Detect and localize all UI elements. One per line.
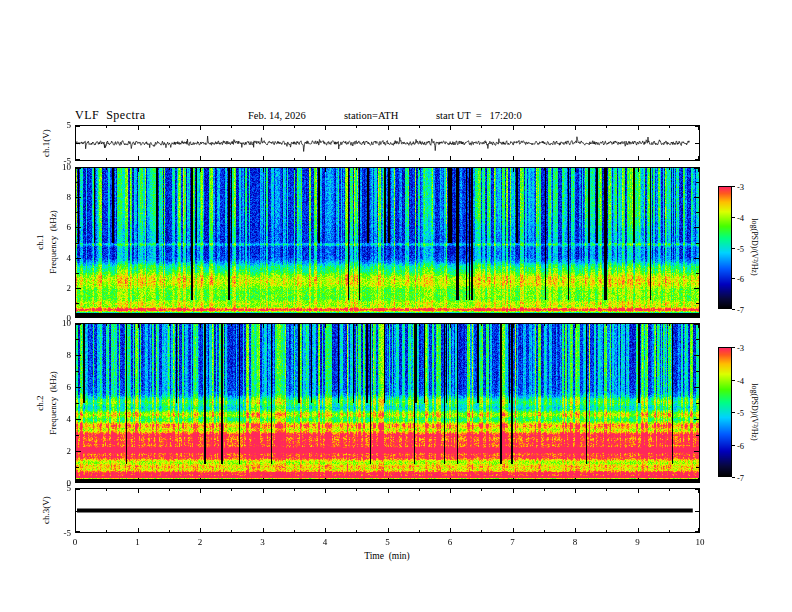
tick-mark [696, 371, 699, 372]
tick-mark [76, 531, 80, 532]
tick-mark [638, 156, 639, 160]
tick-mark [169, 168, 170, 170]
tick-mark [200, 489, 201, 493]
colorbar-tick-label: -3 [737, 182, 744, 192]
station-label: station=ATH [344, 110, 398, 121]
tick-mark [694, 387, 699, 388]
tick-mark [694, 355, 699, 356]
tick-mark [76, 419, 81, 420]
tick-mark [638, 126, 639, 130]
colorbar-tick-label: -5 [737, 244, 744, 254]
tick-mark [388, 528, 389, 532]
tick-mark [106, 480, 107, 482]
tick-mark [669, 324, 670, 326]
x-tick-label: 8 [573, 537, 578, 547]
x-tick-label: 1 [135, 537, 140, 547]
tick-mark [263, 156, 264, 160]
tick-mark [694, 197, 699, 198]
tick-mark [450, 478, 451, 482]
tick-mark [76, 303, 79, 304]
tick-mark [263, 489, 264, 493]
colorbar-ch2-canvas [719, 348, 731, 476]
tick-mark [450, 168, 451, 172]
tick-mark [356, 324, 357, 326]
tick-mark [76, 212, 79, 213]
tick-mark [169, 530, 170, 532]
tick-mark [356, 126, 357, 128]
tick-mark [732, 278, 735, 279]
ch1-spectrogram-canvas [76, 168, 699, 317]
tick-mark [732, 186, 735, 187]
tick-mark [513, 168, 514, 172]
tick-mark [694, 168, 699, 169]
tick-mark [231, 324, 232, 326]
colorbar-ch2-label: log(PSD)/(V²/Hz) [750, 383, 759, 441]
tick-mark [325, 168, 326, 172]
tick-mark [106, 530, 107, 532]
tick-mark [544, 168, 545, 170]
tick-mark [732, 248, 735, 249]
tick-mark [419, 480, 420, 482]
tick-mark [732, 445, 735, 446]
tick-mark [732, 309, 735, 310]
tick-mark [76, 324, 81, 325]
tick-mark [638, 324, 639, 328]
tick-mark [481, 324, 482, 326]
tick-mark [513, 478, 514, 482]
ch2-spectrogram-canvas [76, 324, 699, 482]
tick-mark [231, 315, 232, 317]
tick-mark [513, 528, 514, 532]
tick-mark [513, 324, 514, 328]
tick-mark [200, 168, 201, 172]
tick-mark [325, 478, 326, 482]
tick-mark [513, 313, 514, 317]
figure-title: VLF Spectra [75, 108, 146, 123]
tick-mark [696, 303, 699, 304]
tick-mark [325, 324, 326, 328]
ch2-spectrogram-channel-label: ch.2 [35, 395, 45, 410]
tick-mark [694, 316, 699, 317]
tick-mark [695, 531, 699, 532]
x-tick-label: 0 [73, 537, 78, 547]
tick-mark [696, 403, 699, 404]
tick-mark [732, 217, 735, 218]
freq-tick-label: 8 [67, 192, 72, 202]
tick-mark [106, 489, 107, 491]
tick-mark [606, 489, 607, 491]
tick-mark [695, 126, 699, 127]
tick-mark [450, 313, 451, 317]
colorbar-tick-label: -7 [737, 473, 744, 483]
ch1-voltage-axis-label: ch.1(V) [41, 129, 51, 157]
tick-mark [76, 288, 81, 289]
tick-mark [419, 158, 420, 160]
ch3-voltage-axis-label: ch.3(V) [41, 496, 51, 524]
tick-mark [263, 324, 264, 328]
tick-mark [388, 489, 389, 493]
tick-mark [695, 159, 699, 160]
tick-mark [138, 156, 139, 160]
ch1-frequency-axis-label: Frequency (kHz) [48, 210, 58, 273]
tick-mark [544, 315, 545, 317]
tick-mark [294, 489, 295, 491]
tick-mark [138, 126, 139, 130]
tick-mark [76, 355, 81, 356]
colorbar-tick-label: -3 [737, 343, 744, 353]
tick-mark [695, 511, 699, 512]
tick-mark [169, 158, 170, 160]
tick-mark [294, 168, 295, 170]
tick-mark [694, 324, 699, 325]
ch1-spectrogram-channel-label: ch.1 [35, 234, 45, 249]
tick-mark [638, 528, 639, 532]
freq-tick-label: 4 [67, 414, 72, 424]
x-tick-label: 9 [635, 537, 640, 547]
x-tick-label: 5 [385, 537, 390, 547]
colorbar-ch1-label: log(PSD)/(V²/Hz) [750, 218, 759, 276]
tick-mark [76, 387, 81, 388]
tick-mark [694, 451, 699, 452]
colorbar-ch1-canvas [719, 187, 731, 308]
tick-mark [419, 126, 420, 128]
tick-mark [481, 480, 482, 482]
freq-tick-label: 2 [67, 283, 72, 293]
tick-mark [481, 489, 482, 491]
tick-mark [450, 489, 451, 493]
